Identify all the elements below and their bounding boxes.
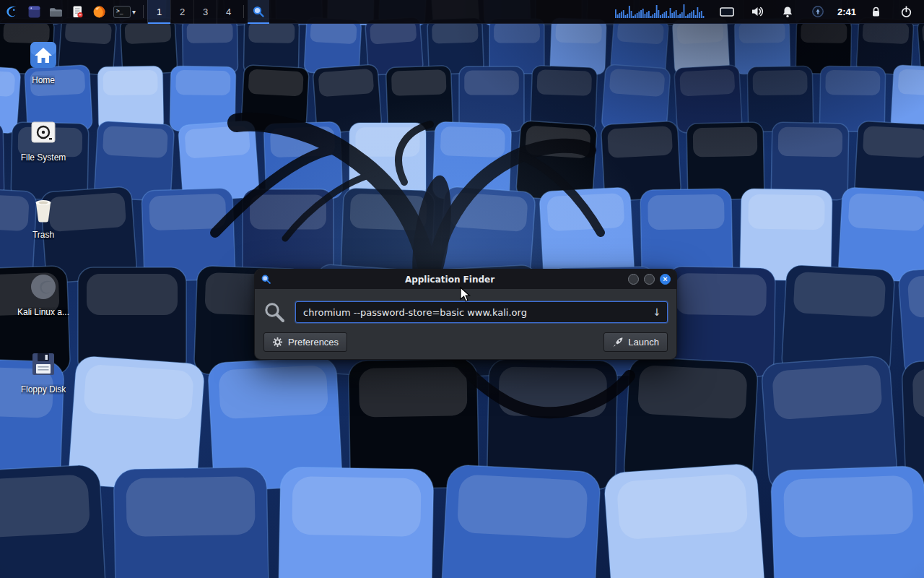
launcher-terminal[interactable]: >_ ▾ [110, 0, 139, 24]
finder-body: ↓ Preferences [255, 289, 676, 361]
volume-indicator[interactable] [746, 0, 768, 24]
desktop-icon-label: Home [32, 75, 55, 85]
speaker-icon [751, 6, 764, 17]
drive-icon [28, 117, 58, 147]
panel-left: >_ ▾ 1 2 3 4 [0, 0, 269, 23]
workspace-4[interactable]: 4 [217, 0, 240, 24]
firefox-icon [92, 5, 106, 19]
taskbar-application-finder[interactable] [248, 0, 269, 24]
maximize-button[interactable] [644, 274, 655, 285]
launch-button[interactable]: Launch [603, 332, 668, 352]
desktop-icon-label: Kali Linux a... [17, 307, 69, 317]
terminal-prompt-glyph: >_ [116, 9, 123, 14]
home-icon [28, 40, 58, 70]
kali-logo-icon [4, 4, 19, 20]
launch-icon [612, 337, 623, 348]
launch-label: Launch [628, 337, 659, 348]
minimize-button[interactable] [628, 274, 639, 285]
finder-window-icon [261, 274, 271, 285]
cpu-graph[interactable] [614, 3, 707, 20]
history-dropdown-arrow-icon[interactable]: ↓ [653, 306, 661, 318]
panel-right: 2:41 [614, 0, 924, 23]
screen-lock-indicator[interactable] [865, 0, 886, 24]
network-icon [811, 5, 824, 18]
trash-icon [28, 194, 58, 225]
document-icon [71, 5, 84, 19]
workspace-3[interactable]: 3 [193, 0, 217, 24]
floppy-icon [28, 349, 58, 379]
workspace-1[interactable]: 1 [147, 0, 170, 24]
display-icon [720, 7, 734, 17]
finder-task-icon [252, 5, 265, 18]
launcher-firefox[interactable] [88, 0, 110, 24]
network-indicator[interactable] [807, 0, 829, 24]
titlebar-buttons: × [628, 274, 671, 285]
command-input-wrap: ↓ [295, 301, 668, 323]
desktop-icon-label: Floppy Disk [21, 384, 66, 394]
launcher-file-manager[interactable] [45, 0, 66, 24]
clock[interactable]: 2:41 [837, 7, 856, 17]
preferences-button[interactable]: Preferences [263, 332, 347, 352]
workspace-2[interactable]: 2 [170, 0, 193, 24]
desktop-icon-floppy-disk[interactable]: Floppy Disk [9, 349, 78, 394]
folder-icon [49, 6, 63, 18]
desktop-icon-file-system[interactable]: File System [9, 117, 78, 163]
launcher-files[interactable] [23, 0, 45, 24]
app-window-icon [27, 5, 41, 19]
gear-icon [272, 337, 283, 348]
close-button[interactable]: × [660, 274, 671, 285]
top-panel: >_ ▾ 1 2 3 4 [0, 0, 924, 24]
close-icon: × [663, 275, 667, 283]
chevron-down-icon[interactable]: ▾ [132, 8, 136, 16]
search-row: ↓ [263, 301, 668, 323]
bell-icon [782, 6, 793, 18]
finder-titlebar[interactable]: Application Finder × [255, 269, 676, 289]
panel-separator [143, 5, 144, 18]
kali-badge-icon [28, 272, 58, 302]
kali-menu-button[interactable] [0, 0, 23, 24]
application-finder-window: Application Finder × ↓ [254, 269, 677, 360]
preferences-label: Preferences [288, 337, 339, 348]
desktop: >_ ▾ 1 2 3 4 [0, 0, 924, 578]
notifications-indicator[interactable] [777, 0, 798, 24]
display-indicator[interactable] [716, 0, 738, 24]
terminal-icon: >_ [113, 6, 131, 18]
desktop-icon-kali-linux[interactable]: Kali Linux a... [9, 272, 78, 317]
power-icon [900, 6, 912, 18]
desktop-icon-label: File System [21, 152, 66, 163]
desktop-icon-trash[interactable]: Trash [9, 194, 78, 240]
finder-buttons: Preferences Launch [263, 332, 668, 352]
desktop-icon-home[interactable]: Home [9, 40, 78, 85]
search-icon [263, 301, 285, 323]
finder-title: Application Finder [276, 275, 624, 285]
desktop-icon-label: Trash [32, 230, 54, 240]
launcher-text-editor[interactable] [66, 0, 88, 24]
logout-button[interactable] [895, 0, 917, 24]
command-input[interactable] [295, 301, 668, 323]
panel-separator [243, 5, 244, 18]
lock-icon [871, 6, 881, 18]
